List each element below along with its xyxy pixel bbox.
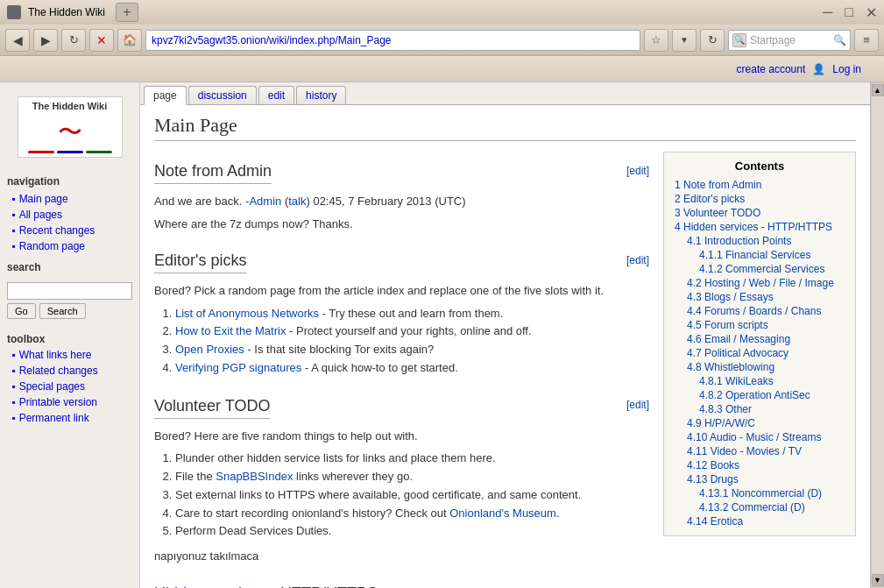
contents-link-4-5[interactable]: 4.5 Forum scripts — [687, 319, 768, 331]
contents-item-4: 4 Hidden services - HTTP/HTTPS — [675, 220, 845, 234]
contents-item-4-1-1: 4.1.1 Financial Services — [675, 248, 845, 262]
contents-link-4-1-1[interactable]: 4.1.1 Financial Services — [699, 249, 810, 261]
reload-button[interactable]: ↻ — [61, 29, 86, 52]
onionland-link[interactable]: Onionland's Museum — [449, 507, 556, 520]
sidebar-item-related-changes[interactable]: Related changes — [0, 363, 139, 379]
bookmark-button[interactable]: ☆ — [644, 29, 668, 52]
editors-picks-heading: Editor's picks — [154, 251, 246, 273]
article-title: Main Page — [154, 114, 856, 141]
account-toolbar: create account 👤 Log in — [0, 56, 884, 82]
scrollbar-track — [872, 96, 884, 574]
contents-link-4-13[interactable]: 4.13 Drugs — [687, 473, 739, 485]
contents-link-4-13-2[interactable]: 4.13.2 Commercial (D) — [699, 501, 805, 514]
search-dropdown-icon[interactable]: 🔍 — [833, 34, 846, 46]
address-bar[interactable]: kpvz7ki2v5agwt35.onion/wiki/index.php/Ma… — [145, 30, 640, 51]
volunteer-todo-edit[interactable]: [edit] — [626, 399, 649, 411]
navigation-title: navigation — [0, 172, 139, 191]
bookmark-down-button[interactable]: ▼ — [672, 29, 697, 52]
hidden-services-header: Hidden services - HTTP/HTTPS [edit] — [154, 574, 856, 588]
title-bar: The Hidden Wiki + ─ □ ✕ — [0, 0, 884, 25]
contents-item-2: 2 Editor's picks — [675, 192, 845, 206]
contents-link-1[interactable]: 1 Note from Admin — [675, 179, 761, 191]
toolbox-title: toolbox — [0, 328, 139, 347]
contents-link-4-6[interactable]: 4.6 Email / Messaging — [687, 333, 790, 345]
scrollbar-up[interactable]: ▲ — [872, 84, 884, 96]
browser-search-box[interactable]: 🔍 Startpage 🔍 — [728, 30, 851, 51]
contents-link-4-14[interactable]: 4.14 Erotica — [687, 515, 743, 528]
exit-matrix-link[interactable]: How to Exit the Matrix — [175, 324, 286, 337]
forward-button[interactable]: ▶ — [33, 29, 58, 52]
main-content: page discussion edit history Main Page C… — [140, 82, 870, 588]
close-button[interactable]: ✕ — [866, 4, 877, 21]
logo-red-bar — [28, 151, 54, 153]
snapbbs-link[interactable]: SnapBBSIndex — [216, 470, 293, 483]
logo-blue-bar — [57, 151, 83, 153]
contents-link-4-8-3[interactable]: 4.8.3 Other — [699, 403, 752, 415]
scrollbar[interactable]: ▲ ▼ — [870, 82, 884, 588]
tab-discussion[interactable]: discussion — [188, 86, 257, 104]
sidebar-item-random-page[interactable]: Random page — [0, 238, 139, 254]
editors-picks-edit[interactable]: [edit] — [626, 254, 649, 266]
menu-button[interactable]: ≡ — [854, 29, 879, 52]
create-account-link[interactable]: create account — [737, 63, 806, 75]
tab-history[interactable]: history — [296, 86, 346, 104]
sidebar-item-printable[interactable]: Printable version — [0, 394, 139, 410]
anon-networks-link[interactable]: List of Anonymous Networks — [175, 307, 319, 320]
volunteer-todo-heading: Volunteer TODO — [154, 397, 270, 419]
scrollbar-down[interactable]: ▼ — [872, 574, 884, 586]
sidebar-item-what-links[interactable]: What links here — [0, 347, 139, 363]
contents-link-3[interactable]: 3 Volunteer TODO — [675, 207, 760, 219]
contents-link-4-3[interactable]: 4.3 Blogs / Essays — [687, 291, 774, 303]
contents-link-4-8-2[interactable]: 4.8.2 Operation AntiSec — [699, 389, 810, 401]
contents-link-4-8[interactable]: 4.8 Whistleblowing — [687, 361, 774, 373]
contents-link-4-2[interactable]: 4.2 Hosting / Web / File / Image — [687, 277, 834, 289]
talk-link[interactable]: talk — [288, 195, 306, 208]
contents-link-4-8-1[interactable]: 4.8.1 WikiLeaks — [699, 375, 774, 387]
pgp-link[interactable]: Verifying PGP signatures — [175, 361, 301, 374]
contents-link-4-12[interactable]: 4.12 Books — [687, 459, 739, 471]
admin-link[interactable]: -Admin — [245, 195, 281, 208]
search-input[interactable] — [7, 282, 132, 300]
contents-link-4-13-1[interactable]: 4.13.1 Noncommercial (D) — [699, 487, 822, 499]
contents-item-4-13: 4.13 Drugs — [675, 472, 845, 486]
contents-item-4-12: 4.12 Books — [675, 458, 845, 472]
tab-edit[interactable]: edit — [258, 86, 294, 104]
page-area: The Hidden Wiki 〜 navigation Main page A… — [0, 82, 884, 588]
refresh-button[interactable]: ↻ — [700, 29, 725, 52]
new-tab-button[interactable]: + — [116, 3, 138, 22]
sidebar-item-permanent-link[interactable]: Permanent link — [0, 410, 139, 426]
open-proxies-link[interactable]: Open Proxies — [175, 343, 244, 356]
contents-link-4-9[interactable]: 4.9 H/P/A/W/C — [687, 417, 755, 429]
tab-page[interactable]: page — [144, 86, 187, 105]
sidebar-item-special-pages[interactable]: Special pages — [0, 379, 139, 394]
back-button[interactable]: ◀ — [5, 29, 30, 52]
contents-link-4-11[interactable]: 4.11 Video - Movies / TV — [687, 445, 802, 457]
home-button[interactable]: 🏠 — [117, 29, 142, 52]
contents-item-4-6: 4.6 Email / Messaging — [675, 332, 845, 346]
minimize-button[interactable]: ─ — [823, 4, 832, 20]
contents-link-4-7[interactable]: 4.7 Political Advocacy — [687, 347, 789, 359]
search-buttons: Go Search — [7, 303, 132, 319]
contents-link-4-1-2[interactable]: 4.1.2 Commercial Services — [699, 263, 824, 275]
note-from-admin-heading: Note from Admin — [154, 162, 272, 184]
sidebar-item-recent-changes[interactable]: Recent changes — [0, 223, 139, 238]
browser-search-icon: 🔍 — [732, 33, 746, 47]
contents-item-4-11: 4.11 Video - Movies / TV — [675, 444, 845, 458]
maximize-button[interactable]: □ — [845, 4, 853, 20]
contents-link-4[interactable]: 4 Hidden services - HTTP/HTTPS — [675, 221, 832, 233]
wiki-logo: The Hidden Wiki 〜 — [18, 96, 123, 158]
search-button[interactable]: Search — [39, 303, 86, 319]
article-body: Main Page Contents 1 Note from Admin 2 E… — [140, 105, 870, 588]
sidebar-item-main-page[interactable]: Main page — [0, 191, 139, 207]
contents-item-4-8-2: 4.8.2 Operation AntiSec — [675, 388, 845, 402]
note-from-admin-edit[interactable]: [edit] — [626, 165, 649, 177]
go-button[interactable]: Go — [7, 303, 36, 319]
sidebar-item-all-pages[interactable]: All pages — [0, 207, 139, 223]
contents-link-4-1[interactable]: 4.1 Introduction Points — [687, 235, 791, 247]
login-link[interactable]: Log in — [832, 63, 861, 75]
contents-link-4-10[interactable]: 4.10 Audio - Music / Streams — [687, 431, 821, 443]
contents-item-4-9: 4.9 H/P/A/W/C — [675, 416, 845, 430]
stop-button[interactable]: ✕ — [89, 29, 114, 52]
contents-link-4-4[interactable]: 4.4 Forums / Boards / Chans — [687, 305, 821, 317]
contents-link-2[interactable]: 2 Editor's picks — [675, 193, 745, 205]
